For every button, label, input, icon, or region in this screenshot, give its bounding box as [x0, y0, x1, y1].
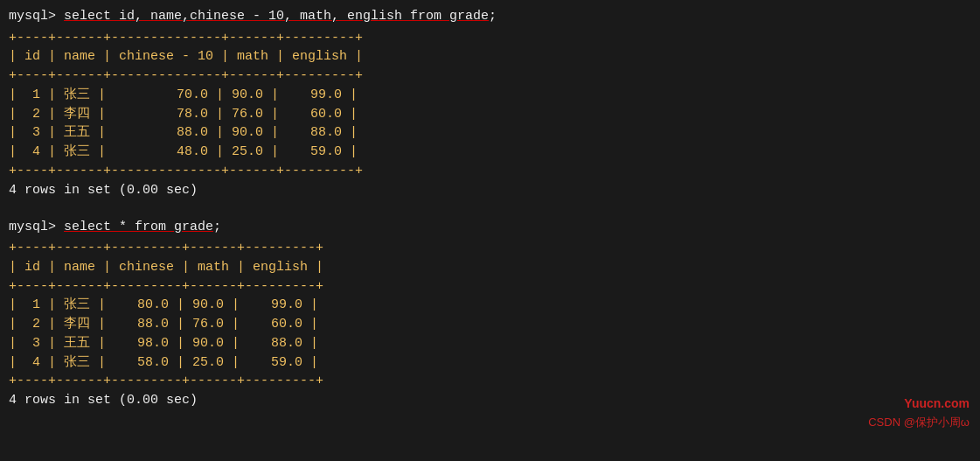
query1-text: select id, name,chinese - 10, math, engl… — [64, 9, 497, 24]
status2: 4 rows in set (0.00 sec) — [9, 393, 971, 408]
watermark-csdn: CSDN @保护小周ω — [868, 415, 970, 430]
result-table-1: +----+------+--------------+------+-----… — [9, 29, 971, 181]
prompt1: mysql> — [9, 9, 64, 24]
query2-line: mysql> select * from grade; — [9, 218, 971, 238]
query2-text: select * from grade; — [64, 220, 221, 234]
status1: 4 rows in set (0.00 sec) — [9, 183, 971, 198]
result-table-2: +----+------+---------+------+---------+… — [9, 239, 971, 391]
prompt2: mysql> — [9, 220, 64, 234]
query1-line: mysql> select id, name,chinese - 10, mat… — [9, 7, 971, 27]
terminal: mysql> select id, name,chinese - 10, mat… — [0, 0, 980, 461]
watermark-yuucn: Yuucn.com — [904, 396, 970, 410]
